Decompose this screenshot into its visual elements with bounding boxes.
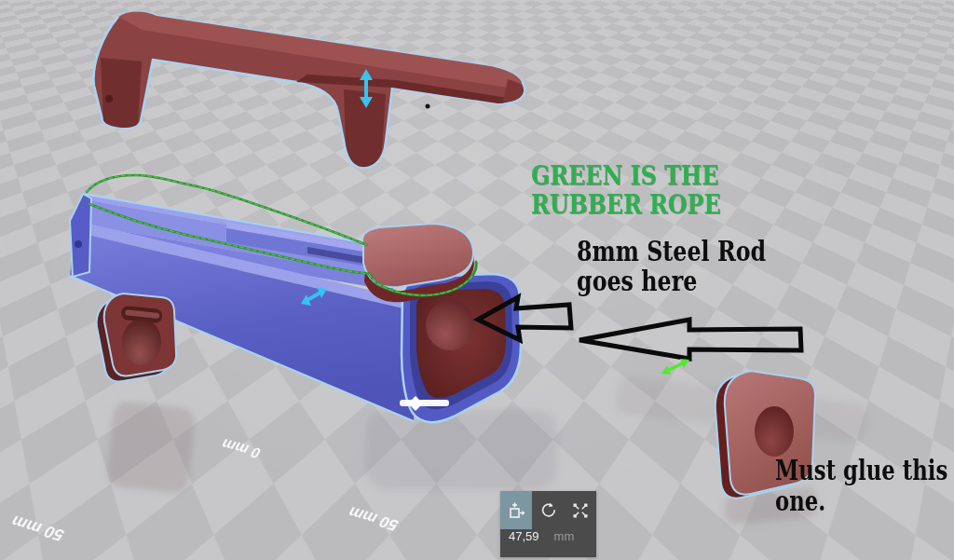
green-double-arrow-icon — [661, 359, 689, 375]
note-line: one. — [775, 485, 947, 516]
note-steel-rod: 8mm Steel Rod goes here — [577, 238, 766, 297]
dimension-value-field[interactable]: 47,59 — [509, 529, 539, 543]
3d-builder-viewport: 0 mm 50 mm 50 mm — [0, 0, 954, 560]
steel-rod-hole — [426, 300, 474, 350]
scale-icon — [571, 501, 590, 520]
tool-row — [500, 491, 596, 529]
object-toolbar: 47,59 mm — [500, 491, 596, 557]
move-icon — [507, 501, 525, 520]
rotate-icon — [538, 501, 557, 520]
note-rubber-rope: GREEN IS THE RUBBER ROPE — [531, 162, 721, 220]
part-small-plate[interactable] — [97, 294, 176, 381]
move-tool-button[interactable] — [500, 491, 532, 529]
annotation-arrows — [478, 297, 801, 359]
note-line: RUBBER ROPE — [531, 191, 721, 220]
stray-dot — [426, 104, 430, 109]
part-handle-bracket[interactable] — [94, 12, 525, 168]
note-line: GREEN IS THE — [531, 162, 721, 191]
large-arrow-left-icon — [579, 320, 801, 359]
scale-tool-button[interactable] — [565, 491, 596, 529]
note-glue: Must glue this one. — [775, 455, 947, 516]
plate-hole — [122, 319, 161, 365]
end-cap-hole — [755, 406, 794, 457]
rotate-tool-button[interactable] — [532, 491, 564, 529]
dimension-unit-label: mm — [554, 529, 575, 543]
note-line: 8mm Steel Rod — [577, 238, 766, 267]
dimension-readout: 47,59 mm — [500, 529, 596, 557]
note-line: goes here — [577, 267, 766, 297]
handle-hole — [105, 95, 113, 102]
note-line: Must glue this — [775, 455, 947, 485]
